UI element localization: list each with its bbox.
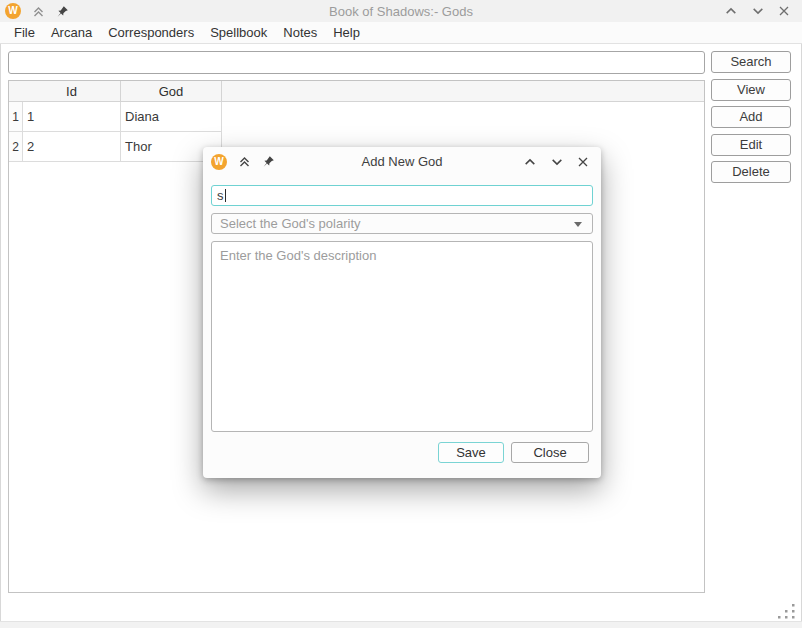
maximize-icon[interactable] — [724, 4, 738, 18]
app-icon: W — [211, 154, 227, 170]
column-header-god[interactable]: God — [121, 81, 222, 101]
add-button[interactable]: Add — [711, 106, 791, 128]
menu-help[interactable]: Help — [325, 23, 368, 42]
save-button[interactable]: Save — [438, 442, 504, 463]
table-row[interactable]: 1 1 Diana — [9, 102, 704, 132]
menubar: File Arcana Corresponders Spellbook Note… — [0, 22, 802, 44]
chevron-down-icon — [574, 222, 582, 227]
shade-icon[interactable] — [32, 5, 45, 18]
pin-icon[interactable] — [262, 155, 275, 168]
cell-id[interactable]: 2 — [23, 132, 121, 162]
table-header-row: Id God — [9, 81, 704, 102]
description-textarea[interactable]: Enter the God's description — [211, 241, 593, 432]
menu-file[interactable]: File — [6, 23, 43, 42]
cell-id[interactable]: 1 — [23, 102, 121, 132]
row-header[interactable]: 1 — [9, 102, 23, 132]
add-new-god-dialog: W Add New God — [203, 147, 601, 478]
shade-icon[interactable] — [238, 155, 251, 168]
god-name-input[interactable]: s — [211, 185, 593, 206]
text-caret — [225, 189, 226, 202]
menu-notes[interactable]: Notes — [275, 23, 325, 42]
main-window: W Book of Shadows:- Gods — [0, 0, 802, 628]
app-icon: W — [5, 3, 21, 19]
close-icon[interactable] — [577, 156, 589, 168]
pin-icon[interactable] — [56, 5, 69, 18]
description-placeholder: Enter the God's description — [220, 248, 376, 263]
close-button[interactable]: Close — [511, 442, 589, 463]
polarity-select[interactable]: Select the God's polarity — [211, 213, 593, 234]
column-header-id[interactable]: Id — [23, 81, 121, 101]
search-button[interactable]: Search — [711, 51, 791, 73]
god-name-value: s — [217, 188, 224, 203]
minimize-icon[interactable] — [751, 4, 765, 18]
delete-button[interactable]: Delete — [711, 161, 791, 183]
dialog-titlebar: W Add New God — [203, 147, 601, 176]
menu-arcana[interactable]: Arcana — [43, 23, 100, 42]
close-icon[interactable] — [778, 5, 790, 17]
main-titlebar: W Book of Shadows:- Gods — [0, 0, 802, 22]
search-input[interactable] — [8, 51, 705, 74]
maximize-icon[interactable] — [523, 155, 537, 169]
view-button[interactable]: View — [711, 79, 791, 101]
edit-button[interactable]: Edit — [711, 134, 791, 156]
cell-god[interactable]: Diana — [121, 102, 222, 132]
resize-grip-icon[interactable] — [777, 604, 796, 620]
minimize-icon[interactable] — [550, 155, 564, 169]
table-corner-cell[interactable] — [9, 81, 23, 101]
menu-spellbook[interactable]: Spellbook — [202, 23, 275, 42]
window-title: Book of Shadows:- Gods — [0, 4, 802, 19]
polarity-placeholder: Select the God's polarity — [220, 216, 361, 231]
row-header[interactable]: 2 — [9, 132, 23, 162]
menu-corresponders[interactable]: Corresponders — [100, 23, 202, 42]
statusbar — [0, 621, 802, 628]
